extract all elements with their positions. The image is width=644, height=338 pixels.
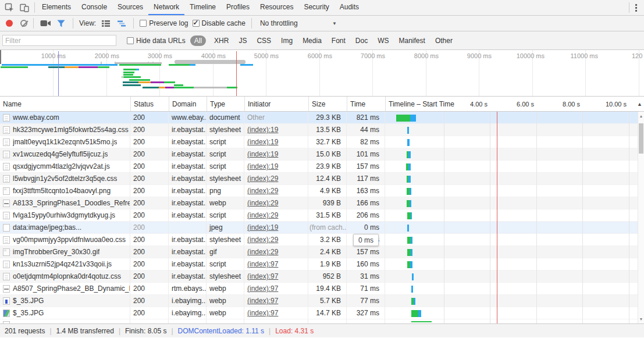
initiator-link[interactable]: (index):97 [247, 297, 278, 305]
tab-elements[interactable]: Elements [37, 0, 76, 15]
table-row[interactable]: imgThrobberGrey_30x30.gif200ir.ebaystat.… [0, 246, 644, 258]
initiator-link[interactable]: (index):29 [247, 175, 278, 183]
initiator-link[interactable]: (index):29 [247, 248, 278, 256]
waterfall-bar[interactable] [411, 298, 415, 305]
waterfall-bar[interactable] [411, 286, 413, 293]
initiator-link[interactable]: (index):19 [247, 126, 278, 134]
filter-type-xhr[interactable]: XHR [214, 37, 229, 45]
column-header-initiator[interactable]: Initiator [244, 97, 308, 111]
initiator-link[interactable]: (index):29 [247, 236, 278, 244]
filter-type-media[interactable]: Media [303, 37, 322, 45]
filter-type-font[interactable]: Font [332, 37, 346, 45]
disable-cache-checkbox[interactable] [193, 20, 200, 27]
filter-type-css[interactable]: CSS [257, 37, 271, 45]
waterfall-bar[interactable] [407, 212, 412, 219]
table-row[interactable]: xv1wcuzedq4g5elyftufl5ijcuz.js200ir.ebay… [0, 148, 644, 161]
view-waterfall-icon[interactable] [116, 17, 127, 29]
tab-console[interactable]: Console [76, 0, 112, 15]
tab-sources[interactable]: Sources [112, 0, 148, 15]
initiator-link[interactable]: (index):19 [247, 150, 278, 158]
throttling-select[interactable]: No throttling ▼ [258, 19, 339, 27]
column-header-type[interactable]: Type [207, 97, 244, 111]
sort-ascending-icon[interactable]: ▲ [637, 101, 642, 107]
waterfall-bar[interactable] [407, 176, 411, 183]
filter-input[interactable] [2, 35, 116, 46]
waterfall-bar[interactable] [407, 200, 411, 207]
waterfall-bar[interactable] [407, 237, 412, 244]
tab-profiles[interactable]: Profiles [221, 0, 255, 15]
table-row[interactable]: A8507_SpringPhase2_BB_Dynamic_De...200rt… [0, 283, 644, 295]
vertical-scrollbar[interactable]: ▲▼ [638, 112, 644, 323]
initiator-link[interactable]: (index):97 [247, 272, 278, 280]
table-row[interactable]: jmalt0eyvq1k1k2ezqntv51k5mo.js200ir.ebay… [0, 136, 644, 148]
preserve-log-toggle[interactable]: Preserve log [140, 19, 188, 27]
tab-security[interactable]: Security [298, 0, 334, 15]
table-row[interactable]: hk323mcywe1mlg5fokwrb25s4ag.css200ir.eba… [0, 124, 644, 136]
table-row[interactable]: qsxdgjycmm4tlazlg2lvjqvv2at.js200ir.ebay… [0, 161, 644, 173]
initiator-link[interactable]: (index):19 [247, 162, 278, 170]
tab-network[interactable]: Network [148, 0, 184, 15]
table-row[interactable]: o0etjdqmtm4plopnka0dr4qotuz.css200ir.eba… [0, 271, 644, 283]
table-row[interactable]: $_35.JPG200i.ebayimg...webp(index):975.7… [0, 295, 644, 307]
column-header-size[interactable]: Size [308, 97, 347, 111]
waterfall-bar[interactable] [407, 151, 411, 158]
initiator-link[interactable]: (index):97 [247, 260, 278, 268]
table-row[interactable]: fxxj3ttftm5ltcqnto1o4baovyl.png200ir.eba… [0, 185, 644, 197]
table-row[interactable]: data:image/jpeg;bas...200jpeg(index):19(… [0, 222, 644, 234]
initiator-link[interactable]: (index):29 [247, 211, 278, 219]
column-header-time[interactable]: Time [347, 97, 385, 111]
filter-type-manifest[interactable]: Manifest [399, 37, 425, 45]
table-row[interactable]: fvlga15ypy0urhiw3dgmytdkyug.js200ir.ebay… [0, 209, 644, 222]
filter-type-js[interactable]: JS [239, 37, 247, 45]
filter-type-img[interactable]: Img [281, 37, 293, 45]
waterfall-bar[interactable] [412, 273, 414, 280]
table-row[interactable]: A8133_SpringPhase1_Doodles_Refresh...200… [0, 197, 644, 209]
waterfall-bar[interactable] [407, 139, 410, 146]
waterfall-bar[interactable] [407, 188, 411, 195]
record-button[interactable] [6, 20, 13, 27]
column-header-name[interactable]: Name [0, 97, 130, 111]
view-list-icon[interactable] [100, 17, 112, 29]
scroll-down-icon[interactable]: ▼ [638, 317, 644, 321]
clear-button[interactable] [20, 20, 27, 27]
waterfall-bar[interactable] [407, 225, 409, 232]
column-header-timeline[interactable]: Timeline – Start Time [385, 97, 644, 111]
column-header-domain[interactable]: Domain [169, 97, 207, 111]
table-row[interactable]: l5wbvgjn1y2v5of2dtelzr3q5qe.css200ir.eba… [0, 173, 644, 185]
tab-timeline[interactable]: Timeline [184, 0, 221, 15]
tab-audits[interactable]: Audits [335, 0, 364, 15]
filter-type-doc[interactable]: Doc [355, 37, 368, 45]
disable-cache-toggle[interactable]: Disable cache [193, 19, 245, 27]
initiator-link[interactable]: (index):19 [247, 138, 278, 146]
initiator-link[interactable]: (index):29 [247, 199, 278, 207]
initiator-link[interactable]: (index):29 [247, 187, 278, 195]
inspect-element-icon[interactable] [3, 2, 15, 13]
table-row[interactable]: vg00mpwmjyy3ppvldfnlwuoa0eo.css200ir.eba… [0, 234, 644, 246]
hide-data-urls-checkbox[interactable] [127, 37, 134, 44]
waterfall-bar[interactable] [396, 115, 416, 122]
table-row[interactable]: www.ebay.com200www.ebay...documentOther2… [0, 112, 644, 124]
scroll-up-icon[interactable]: ▲ [638, 114, 644, 118]
initiator-link[interactable]: (index):19 [247, 223, 278, 232]
screenshot-camera-icon[interactable] [40, 17, 51, 29]
initiator-link[interactable]: (index):97 [247, 284, 278, 293]
waterfall-bar[interactable] [411, 310, 421, 317]
waterfall-bar[interactable] [407, 261, 412, 268]
filter-funnel-icon[interactable] [55, 17, 67, 29]
table-row[interactable]: $_35.JPG200i.ebayimg...webp(index):9714.… [0, 307, 644, 319]
waterfall-bar[interactable] [406, 163, 411, 170]
hide-data-urls-toggle[interactable]: Hide data URLs [127, 37, 186, 45]
waterfall-bar[interactable] [407, 127, 409, 134]
waterfall-bar[interactable] [407, 249, 412, 256]
table-row-partial[interactable] [0, 319, 644, 323]
table-row[interactable]: kn1s3uzrni52jp4qz421v33qoii.js200ir.ebay… [0, 258, 644, 271]
device-toolbar-icon[interactable] [19, 2, 30, 13]
tab-resources[interactable]: Resources [255, 0, 298, 15]
initiator-link[interactable]: (index):97 [247, 309, 278, 317]
column-header-status[interactable]: Status [130, 97, 169, 111]
scrollbar-thumb[interactable] [639, 123, 643, 154]
filter-type-ws[interactable]: WS [378, 37, 389, 45]
preserve-log-checkbox[interactable] [140, 20, 147, 27]
filter-type-all[interactable]: All [190, 35, 206, 46]
filter-type-other[interactable]: Other [435, 37, 453, 45]
